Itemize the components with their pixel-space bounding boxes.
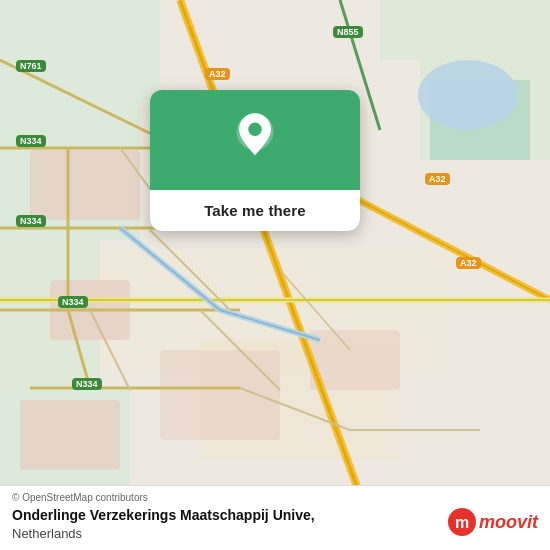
moovit-text: moovit: [479, 512, 538, 533]
road-label-n334-1: N334: [16, 135, 46, 147]
road-label-n761: N761: [16, 60, 46, 72]
take-me-there-button[interactable]: Take me there: [150, 190, 360, 231]
road-label-a32-1: A32: [205, 68, 230, 80]
road-label-n334-3: N334: [58, 296, 88, 308]
svg-rect-5: [380, 0, 550, 60]
road-label-n334-2: N334: [16, 215, 46, 227]
road-label-n334-4: N334: [72, 378, 102, 390]
location-card: Take me there: [150, 90, 360, 231]
location-name: Onderlinge Verzekerings Maatschappij Uni…: [12, 507, 315, 523]
svg-rect-14: [20, 400, 120, 470]
map-svg: [0, 0, 550, 550]
map-container: N761 N334 N334 N334 N334 A32 A32 A32 N85…: [0, 0, 550, 550]
svg-rect-15: [160, 350, 280, 440]
road-label-a32-3: A32: [456, 257, 481, 269]
attribution-text: © OpenStreetMap contributors: [12, 492, 538, 503]
location-country: Netherlands: [12, 526, 82, 541]
location-info: Onderlinge Verzekerings Maatschappij Uni…: [12, 506, 315, 542]
svg-rect-12: [30, 150, 140, 220]
road-label-a32-2: A32: [425, 173, 450, 185]
map-pin-icon: [229, 110, 281, 162]
road-label-n855: N855: [333, 26, 363, 38]
moovit-icon: m: [448, 508, 476, 536]
svg-point-8: [418, 60, 518, 130]
bottom-bar: © OpenStreetMap contributors Onderlinge …: [0, 485, 550, 550]
moovit-logo: m moovit: [448, 508, 538, 536]
svg-point-40: [248, 123, 261, 136]
svg-text:m: m: [455, 514, 469, 531]
svg-rect-16: [310, 330, 400, 390]
